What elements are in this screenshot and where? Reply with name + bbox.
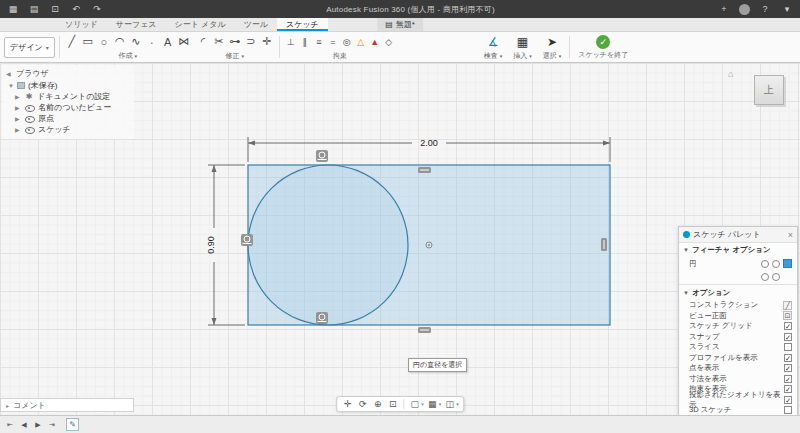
select-icon[interactable]: ➤ [547, 34, 557, 50]
spline-icon[interactable]: ∿ [128, 33, 144, 50]
horizontal-constraint-icon[interactable] [418, 167, 431, 173]
construction-linetype-icon[interactable]: ╱ [783, 301, 792, 310]
tangent-constraint-icon[interactable] [316, 312, 328, 324]
snap-checkbox[interactable]: ✓ [784, 333, 792, 341]
undo-icon[interactable]: ↶ [69, 2, 83, 16]
fit-icon[interactable]: ⊡ [386, 399, 399, 409]
chevron-down-icon[interactable]: ▾ [456, 401, 459, 407]
chevron-down-icon[interactable]: ▾ [439, 401, 442, 407]
zoom-icon[interactable]: ⊕ [371, 399, 384, 409]
circle-type-option-icon[interactable] [772, 260, 780, 268]
tab-sheetmetal[interactable]: シート メタル [166, 18, 235, 31]
browser-item-origin[interactable]: ▶ 原点 [2, 113, 134, 124]
parallel-constraint-icon[interactable]: ∥ [298, 33, 312, 50]
dimension-height-value[interactable]: 0.90 [206, 236, 216, 254]
extend-icon[interactable]: ⊶ [227, 33, 243, 50]
visibility-eye-icon[interactable] [24, 125, 35, 134]
caret-right-icon[interactable]: ▶ [15, 93, 21, 100]
grid-settings-icon[interactable]: ▦ [426, 399, 439, 409]
trim-icon[interactable]: ✂ [211, 33, 227, 50]
midpoint-constraint-icon[interactable]: △ [354, 33, 368, 50]
equal-constraint-icon[interactable]: = [326, 33, 340, 50]
sketch-circle[interactable] [248, 165, 408, 325]
view-cube[interactable]: ⌂ 上 [728, 67, 788, 115]
perpendicular-constraint-icon[interactable]: ⊥ [284, 33, 298, 50]
caret-down-icon[interactable]: ▼ [8, 83, 14, 89]
circle-type-option-icon[interactable] [772, 273, 780, 281]
timeline-step-back-button[interactable]: ◀ [18, 419, 30, 431]
create-group-label[interactable]: 作成 ▾ [119, 51, 138, 61]
insert-icon[interactable]: ▦ [517, 34, 528, 50]
browser-item-sketches[interactable]: ▶ スケッチ [2, 124, 134, 135]
close-icon[interactable]: × [788, 230, 793, 240]
browser-root-row[interactable]: ▼ (未保存) [2, 80, 134, 91]
pan-icon[interactable]: ✛ [341, 399, 354, 409]
circle-type-option-icon[interactable] [761, 273, 769, 281]
tangent-constraint-icon[interactable] [316, 150, 328, 162]
tab-surface[interactable]: サーフェス [107, 18, 166, 31]
expand-comment-icon[interactable]: ▸ [6, 402, 9, 409]
arc-icon[interactable]: ◠ [112, 33, 128, 50]
user-avatar[interactable] [739, 4, 750, 15]
canvas-viewport[interactable]: 2.00 0.90 [0, 63, 800, 415]
point-icon[interactable]: ∙ [144, 33, 160, 50]
orbit-icon[interactable]: ⟳ [356, 399, 369, 409]
fillet-icon[interactable]: ◜ [195, 33, 211, 50]
caret-right-icon[interactable]: ▶ [15, 126, 21, 133]
feature-options-section[interactable]: ▼ フィーチャ オプション [679, 243, 797, 257]
help-icon[interactable]: ? [758, 2, 772, 16]
offset-icon[interactable]: ⊃ [243, 33, 259, 50]
chevron-down-icon[interactable]: ▾ [421, 401, 424, 407]
text-icon[interactable]: A [160, 33, 176, 50]
finish-sketch-button[interactable]: ✓ スケッチを終了 [574, 33, 632, 61]
save-icon[interactable]: ⊡ [48, 2, 62, 16]
app-menu-icon[interactable]: ▦ [6, 2, 20, 16]
symmetry-constraint-icon[interactable]: ◇ [382, 33, 396, 50]
horizontal-constraint-icon[interactable] [418, 327, 431, 333]
show-profile-checkbox[interactable]: ✓ [784, 354, 792, 362]
view-cube-face-top[interactable]: 上 [754, 75, 784, 105]
insert-group[interactable]: ▦ 挿入▾ [509, 33, 536, 61]
redo-icon[interactable]: ↷ [90, 2, 104, 16]
circle-icon[interactable]: ○ [96, 33, 112, 50]
horizontal-vertical-constraint-icon[interactable]: ≡ [312, 33, 326, 50]
3d-sketch-checkbox[interactable] [784, 406, 792, 414]
concentric-constraint-icon[interactable]: ◎ [340, 33, 354, 50]
dimension-width-value[interactable]: 2.00 [420, 138, 438, 148]
show-constraints-checkbox[interactable]: ✓ [784, 385, 792, 393]
titlebar-menu-caret-icon[interactable]: ▾ [780, 2, 794, 16]
palette-header[interactable]: スケッチ パレット × [679, 227, 797, 243]
fix-constraint-icon[interactable]: ▲ [368, 33, 382, 50]
timeline-step-forward-button[interactable]: ⇥ [46, 419, 58, 431]
tab-sketch[interactable]: スケッチ [277, 18, 328, 31]
visibility-eye-icon[interactable] [24, 114, 35, 123]
slice-checkbox[interactable] [784, 343, 792, 351]
circle-type-option-icon[interactable] [761, 260, 769, 268]
options-section[interactable]: ▼ オプション [679, 286, 797, 300]
caret-right-icon[interactable]: ▶ [15, 104, 21, 111]
home-view-icon[interactable]: ⌂ [728, 69, 733, 79]
move-icon[interactable]: ✛ [259, 33, 275, 50]
timeline-play-button[interactable]: ▶ [32, 419, 44, 431]
show-projected-geometry-checkbox[interactable]: ✓ [784, 396, 792, 404]
extensions-icon[interactable]: + [717, 2, 731, 16]
look-at-icon[interactable]: ⊡ [783, 311, 792, 320]
browser-item-document-settings[interactable]: ▶ ✱ ドキュメントの設定 [2, 91, 134, 102]
tangent-constraint-icon[interactable] [241, 234, 253, 246]
viewports-icon[interactable]: ◫ [443, 399, 456, 409]
vertical-constraint-icon[interactable] [601, 238, 607, 251]
document-tab[interactable]: ▤ 無題* [377, 18, 423, 31]
tab-tools[interactable]: ツール [235, 18, 277, 31]
sketch-grid-checkbox[interactable]: ✓ [784, 322, 792, 330]
mirror-icon[interactable]: ⋈ [176, 33, 192, 50]
comment-panel[interactable]: ▸ コメント [0, 398, 134, 412]
visibility-eye-icon[interactable] [24, 103, 35, 112]
browser-item-named-views[interactable]: ▶ 名前のついたビュー [2, 102, 134, 113]
select-group[interactable]: ➤ 選択▾ [539, 33, 566, 61]
tab-solid[interactable]: ソリッド [56, 18, 107, 31]
collapse-browser-icon[interactable]: ◀ [6, 70, 12, 77]
timeline-skip-start-button[interactable]: ⇤ [4, 419, 16, 431]
line-icon[interactable]: ╱ [64, 33, 80, 50]
design-workspace-dropdown[interactable]: デザイン ▾ [4, 37, 55, 58]
show-dimensions-checkbox[interactable]: ✓ [784, 375, 792, 383]
